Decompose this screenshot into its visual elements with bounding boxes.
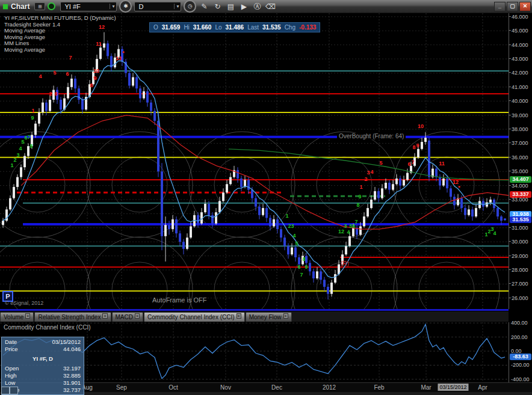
candle-body: [453, 197, 456, 205]
candle-body: [161, 171, 163, 236]
sell-count-label: *: [458, 185, 460, 191]
tab-volume[interactable]: Volume×: [0, 312, 34, 322]
candle-body: [139, 88, 141, 98]
interval-clock-button[interactable]: ◷: [184, 0, 196, 13]
time-axis-month-label: 2012: [323, 384, 336, 391]
buy-count-label: 6: [297, 264, 300, 270]
price-tick-label: 35.000: [512, 168, 528, 174]
candle-body: [273, 219, 275, 227]
sell-count-label: 7: [411, 159, 414, 165]
time-axis-month-label: Feb: [374, 384, 384, 391]
maximize-button[interactable]: ▢: [507, 2, 518, 11]
tooltip-date-label: Date: [5, 338, 17, 346]
open-label: O: [153, 24, 158, 31]
sell-count-label: 8: [412, 144, 415, 150]
tab-relative-strength-index[interactable]: Relative Strength Index×: [34, 312, 111, 322]
chg-value: -0.133: [299, 24, 316, 31]
play-button[interactable]: ▶: [238, 1, 249, 12]
candle-body: [439, 177, 441, 186]
cycle-circle: [419, 262, 474, 309]
tab-money-flow[interactable]: Money Flow×: [246, 312, 292, 322]
chevron-down-icon[interactable]: ▾: [174, 4, 179, 9]
sell-count-label: 3: [367, 170, 370, 176]
sell-count-label: 8: [90, 82, 93, 88]
price-chart[interactable]: YI #F,SILVER MINI FUTURES, D (Dynamic)Tr…: [0, 13, 509, 309]
auto-button[interactable]: Ⓐ: [252, 1, 262, 12]
candle-body: [16, 177, 19, 187]
tooltip-date-value: 03/15/2012: [52, 338, 81, 346]
title-bar: ▮▮ Chart ▦ YI #F ▾ ✱ D ▾ ◷ ✎ ↻ ▤ ▶ Ⓐ ⌫ _…: [0, 0, 532, 13]
tab-close-icon[interactable]: ×: [283, 313, 288, 319]
close-button[interactable]: ✕: [519, 2, 531, 11]
candle-body: [392, 184, 394, 189]
link-chip-icon[interactable]: ▦: [34, 2, 45, 10]
symbol-link-indicator-icon[interactable]: [48, 2, 55, 10]
tab-label: MACD: [116, 314, 133, 320]
eraser-button[interactable]: ⌫: [265, 1, 276, 12]
candle-body: [377, 191, 380, 198]
taskbar-mini-icon[interactable]: [10, 387, 18, 394]
sell-count-label: 10: [93, 68, 99, 74]
buy-count-label: 4: [347, 229, 350, 235]
sell-count-label: *: [122, 50, 125, 56]
chart-header: YI #F,SILVER MINI FUTURES, D (Dynamic)Tr…: [4, 15, 116, 54]
buy-count-label: 7: [300, 272, 303, 278]
buy-count-label: 4: [292, 233, 295, 239]
chart-header-line: YI #F,SILVER MINI FUTURES, D (Dynamic): [4, 15, 116, 22]
tab-close-icon[interactable]: ×: [102, 313, 107, 319]
candle-body: [464, 208, 466, 215]
candlestick-plot[interactable]: [0, 13, 509, 309]
tab-close-icon[interactable]: ×: [237, 313, 241, 319]
price-tick-label: 38.000: [512, 126, 528, 132]
candle-body: [334, 274, 336, 283]
minimize-button[interactable]: _: [494, 2, 506, 11]
time-axis-month-label: Sep: [116, 384, 127, 391]
tab-close-icon[interactable]: ×: [25, 313, 30, 319]
interval-value: D: [138, 3, 143, 10]
candle-body: [504, 218, 506, 220]
tab-label: Relative Strength Index: [38, 314, 101, 320]
sell-count-label: 13: [116, 55, 122, 61]
tab-close-icon[interactable]: ×: [135, 313, 140, 319]
formula-button[interactable]: ▤: [225, 1, 236, 12]
candle-body: [417, 149, 419, 158]
sell-count-label: 6: [407, 161, 410, 167]
high-label: Hi: [184, 24, 189, 31]
candle-body: [172, 219, 174, 229]
buy-count-label: 4: [493, 230, 496, 236]
candle-body: [2, 221, 4, 225]
candle-body: [197, 215, 199, 224]
candle-body: [323, 280, 326, 287]
symbol-combo[interactable]: YI #F ▾: [60, 2, 117, 11]
buy-count-label: 4: [19, 145, 22, 152]
price-axis[interactable]: 46.00045.00044.00043.00042.00041.00040.0…: [509, 13, 532, 309]
buy-count-label: 12: [338, 228, 344, 234]
symbol-value: YI #F: [64, 3, 80, 10]
candle-body: [424, 138, 427, 142]
autoframe-status: AutoFrame is OFF: [152, 296, 206, 304]
candle-body: [312, 271, 315, 278]
candle-body: [218, 201, 221, 212]
time-axis-month-label: Apr: [478, 384, 487, 391]
candle-body: [428, 141, 430, 177]
candle-body: [305, 256, 308, 263]
taskbar-mini-icon[interactable]: [1, 387, 10, 394]
candle-body: [204, 204, 206, 212]
candle-body: [496, 208, 499, 216]
candle-body: [450, 188, 452, 197]
tab-macd[interactable]: MACD×: [112, 312, 144, 322]
chevron-down-icon[interactable]: ▾: [110, 4, 114, 9]
symbol-search-button[interactable]: ✱: [119, 0, 132, 13]
candle-body: [276, 219, 279, 229]
tab-label: Volume: [4, 314, 23, 320]
interval-combo[interactable]: D ▾: [134, 2, 181, 11]
tab-commodity-channel-index-cci-[interactable]: Commodity Channel Index (CCI)×: [144, 312, 245, 322]
sell-count-label: 2: [49, 91, 52, 97]
draw-pencil-button[interactable]: ✎: [199, 1, 209, 12]
candle-body: [442, 179, 445, 186]
cci-axis[interactable]: 400.00200.000.00-200.00-400.00-83.63: [509, 322, 532, 382]
tooltip-symbol-title: YI #F, D: [5, 354, 81, 364]
candle-body: [67, 87, 69, 99]
buy-count-label: 8: [29, 143, 32, 149]
refresh-button[interactable]: ↻: [212, 1, 223, 12]
